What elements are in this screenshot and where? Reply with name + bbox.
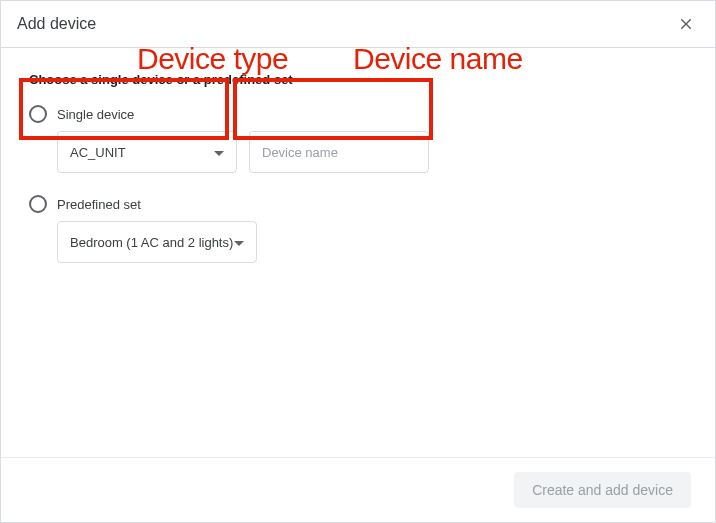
create-and-add-button[interactable]: Create and add device xyxy=(514,472,691,508)
chevron-down-icon xyxy=(234,235,244,250)
option-single-device: Single device AC_UNIT xyxy=(29,105,687,173)
predefined-value: Bedroom (1 AC and 2 lights) xyxy=(70,235,233,250)
predefined-radio[interactable] xyxy=(29,195,47,213)
section-prompt: Choose a single device or a predefined s… xyxy=(29,72,687,87)
single-device-radio[interactable] xyxy=(29,105,47,123)
predefined-radio-row: Predefined set xyxy=(29,195,687,213)
predefined-set-select[interactable]: Bedroom (1 AC and 2 lights) xyxy=(57,221,257,263)
predefined-controls: Bedroom (1 AC and 2 lights) xyxy=(57,221,687,263)
dialog-footer: Create and add device xyxy=(1,457,715,522)
close-button[interactable] xyxy=(673,11,699,37)
device-name-input[interactable] xyxy=(249,131,429,173)
option-predefined-set: Predefined set Bedroom (1 AC and 2 light… xyxy=(29,195,687,263)
device-type-value: AC_UNIT xyxy=(70,145,126,160)
device-type-select[interactable]: AC_UNIT xyxy=(57,131,237,173)
annotation-label-device-type: Device type xyxy=(137,42,288,76)
dialog-body: Choose a single device or a predefined s… xyxy=(1,48,715,457)
dialog-header: Add device xyxy=(1,1,715,48)
annotation-label-device-name: Device name xyxy=(353,42,523,76)
single-device-controls: AC_UNIT xyxy=(57,131,687,173)
close-icon xyxy=(677,15,695,33)
single-device-radio-row: Single device xyxy=(29,105,687,123)
chevron-down-icon xyxy=(214,145,224,160)
single-device-label: Single device xyxy=(57,107,134,122)
predefined-label: Predefined set xyxy=(57,197,141,212)
add-device-dialog: Add device Choose a single device or a p… xyxy=(0,0,716,523)
dialog-title: Add device xyxy=(17,15,96,33)
